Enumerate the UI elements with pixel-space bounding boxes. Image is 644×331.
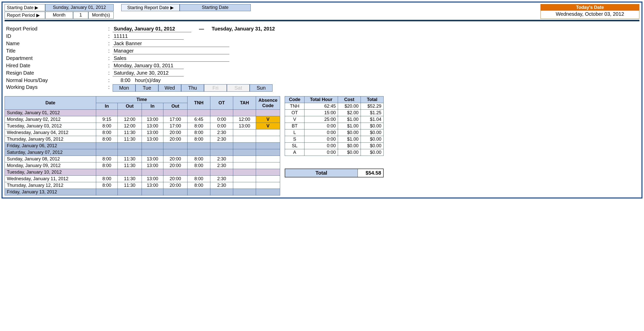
time-cell[interactable]: 12:00 [118, 116, 142, 123]
time-cell[interactable] [210, 143, 233, 149]
time-cell[interactable] [163, 143, 188, 149]
time-cell[interactable] [96, 143, 118, 149]
table-row[interactable]: Thursday, January 05, 20128:0011:3013:00… [5, 136, 280, 143]
time-cell[interactable] [233, 189, 256, 195]
time-cell[interactable]: 11:30 [118, 129, 142, 136]
date-cell[interactable]: Sunday, January 01, 2012 [5, 110, 96, 116]
time-cell[interactable]: 13:00 [142, 116, 163, 123]
time-cell[interactable]: 11:30 [118, 176, 142, 182]
time-cell[interactable] [233, 156, 256, 162]
time-cell[interactable] [163, 110, 188, 116]
day-sun[interactable]: Sun [250, 84, 273, 92]
date-cell[interactable]: Thursday, January 05, 2012 [5, 136, 96, 143]
time-cell[interactable] [118, 110, 142, 116]
time-cell[interactable]: 0:00 [210, 116, 233, 123]
time-cell[interactable]: 2:30 [210, 136, 233, 143]
time-cell[interactable] [142, 149, 163, 156]
absence-cell[interactable]: V [256, 123, 280, 129]
time-cell[interactable]: 20:00 [163, 162, 188, 169]
time-cell[interactable]: 11:30 [118, 136, 142, 143]
table-row[interactable]: Wednesday, January 11, 20128:0011:3013:0… [5, 176, 280, 182]
starting-date-value[interactable]: Sunday, January 01, 2012 [45, 4, 114, 11]
time-cell[interactable]: 0:00 [210, 123, 233, 129]
time-cell[interactable]: 17:00 [163, 123, 188, 129]
time-cell[interactable] [233, 169, 256, 176]
time-cell[interactable]: 8:00 [96, 182, 118, 189]
time-cell[interactable] [96, 169, 118, 176]
time-cell[interactable]: 8:00 [188, 162, 210, 169]
time-cell[interactable]: 2:30 [210, 156, 233, 162]
time-cell[interactable] [210, 189, 233, 195]
absence-cell[interactable] [256, 129, 280, 136]
time-cell[interactable]: 12:00 [118, 123, 142, 129]
time-cell[interactable]: 8:00 [188, 156, 210, 162]
time-cell[interactable]: 2:30 [210, 162, 233, 169]
starting-report-value[interactable]: Starting Date [180, 4, 251, 11]
table-row[interactable]: Sunday, January 08, 20128:0011:3013:0020… [5, 156, 280, 162]
day-tue[interactable]: Tue [135, 84, 158, 92]
time-cell[interactable] [233, 143, 256, 149]
time-cell[interactable]: 6:45 [188, 116, 210, 123]
report-period-label[interactable]: Report Period ▶ [5, 12, 45, 19]
time-cell[interactable]: 13:00 [142, 156, 163, 162]
time-cell[interactable]: 13:00 [233, 123, 256, 129]
date-cell[interactable]: Wednesday, January 11, 2012 [5, 176, 96, 182]
time-cell[interactable]: 8:00 [188, 176, 210, 182]
time-cell[interactable] [142, 143, 163, 149]
time-cell[interactable] [233, 162, 256, 169]
time-cell[interactable] [118, 169, 142, 176]
time-cell[interactable] [188, 189, 210, 195]
table-row[interactable]: Sunday, January 01, 2012 [5, 110, 280, 116]
absence-cell[interactable] [256, 156, 280, 162]
date-cell[interactable]: Wednesday, January 04, 2012 [5, 129, 96, 136]
time-cell[interactable]: 17:00 [163, 116, 188, 123]
report-period-count[interactable]: 1 [73, 12, 88, 19]
time-cell[interactable]: 20:00 [163, 136, 188, 143]
time-cell[interactable] [142, 169, 163, 176]
time-cell[interactable]: 8:00 [96, 176, 118, 182]
time-cell[interactable] [142, 189, 163, 195]
time-cell[interactable]: 13:00 [142, 176, 163, 182]
time-cell[interactable] [118, 189, 142, 195]
time-cell[interactable] [163, 169, 188, 176]
time-cell[interactable]: 12:00 [233, 116, 256, 123]
time-cell[interactable] [188, 169, 210, 176]
time-cell[interactable]: 13:00 [142, 162, 163, 169]
time-cell[interactable]: 8:00 [96, 129, 118, 136]
table-row[interactable]: Tuesday, January 10, 2012 [5, 169, 280, 176]
time-cell[interactable]: 8:00 [188, 182, 210, 189]
absence-cell[interactable] [256, 169, 280, 176]
table-row[interactable]: Thursday, January 12, 20128:0011:3013:00… [5, 182, 280, 189]
day-sat[interactable]: Sat [227, 84, 250, 92]
time-cell[interactable]: 11:30 [118, 182, 142, 189]
time-cell[interactable]: 2:30 [210, 176, 233, 182]
time-cell[interactable] [188, 143, 210, 149]
time-cell[interactable]: 8:00 [96, 136, 118, 143]
absence-cell[interactable] [256, 182, 280, 189]
date-cell[interactable]: Tuesday, January 03, 2012 [5, 123, 96, 129]
time-cell[interactable]: 20:00 [163, 176, 188, 182]
time-cell[interactable]: 13:00 [142, 182, 163, 189]
time-cell[interactable]: 8:00 [96, 162, 118, 169]
time-cell[interactable] [163, 149, 188, 156]
date-cell[interactable]: Thursday, January 12, 2012 [5, 182, 96, 189]
time-cell[interactable] [188, 149, 210, 156]
absence-cell[interactable] [256, 143, 280, 149]
time-cell[interactable]: 9:15 [96, 116, 118, 123]
starting-report-label[interactable]: Starting Report Date ▶ [121, 4, 180, 11]
table-row[interactable]: Monday, January 09, 20128:0011:3013:0020… [5, 162, 280, 169]
time-cell[interactable] [118, 149, 142, 156]
time-cell[interactable]: 2:30 [210, 182, 233, 189]
day-fri[interactable]: Fri [204, 84, 227, 92]
date-cell[interactable]: Sunday, January 08, 2012 [5, 156, 96, 162]
time-cell[interactable] [118, 143, 142, 149]
time-cell[interactable]: 8:00 [96, 123, 118, 129]
date-cell[interactable]: Friday, January 13, 2012 [5, 189, 96, 195]
day-thu[interactable]: Thu [181, 84, 204, 92]
time-cell[interactable]: 13:00 [142, 123, 163, 129]
time-cell[interactable] [142, 110, 163, 116]
table-row[interactable]: Tuesday, January 03, 20128:0012:0013:001… [5, 123, 280, 129]
absence-cell[interactable] [256, 189, 280, 195]
time-cell[interactable] [233, 149, 256, 156]
absence-cell[interactable] [256, 149, 280, 156]
